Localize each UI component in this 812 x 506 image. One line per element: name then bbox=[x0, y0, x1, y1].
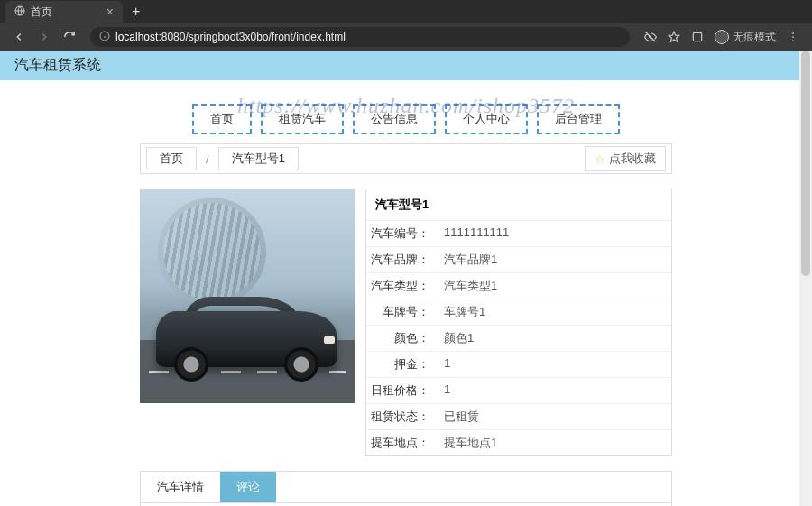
tab-title: 首页 bbox=[31, 5, 52, 20]
menu-icon[interactable] bbox=[787, 31, 799, 43]
app-header: 汽车租赁系统 bbox=[0, 51, 812, 80]
info-label: 汽车品牌： bbox=[366, 252, 438, 268]
info-value: 1 bbox=[438, 356, 450, 373]
globe-icon bbox=[14, 5, 25, 19]
avatar-icon bbox=[715, 30, 729, 44]
main-nav: 首页 租赁汽车 公告信息 个人中心 后台管理 bbox=[0, 104, 812, 134]
breadcrumb-current: 汽车型号1 bbox=[218, 147, 299, 170]
app-title: 汽车租赁系统 bbox=[14, 57, 101, 72]
forward-icon[interactable] bbox=[38, 31, 51, 43]
tab-detail[interactable]: 汽车详情 bbox=[141, 472, 220, 502]
breadcrumb-home[interactable]: 首页 bbox=[146, 147, 197, 170]
browser-tab[interactable]: 首页 × bbox=[5, 1, 123, 23]
info-label: 颜色： bbox=[366, 330, 438, 346]
svg-point-4 bbox=[792, 36, 794, 38]
nav-item-profile[interactable]: 个人中心 bbox=[445, 104, 528, 134]
info-row: 汽车类型：汽车类型1 bbox=[366, 273, 671, 299]
tab-bar: 首页 × + bbox=[0, 0, 812, 23]
info-row: 日租价格：1 bbox=[366, 378, 671, 404]
info-value: 1111111111 bbox=[438, 225, 509, 242]
info-label: 汽车编号： bbox=[366, 225, 438, 242]
info-row: 提车地点：提车地点1 bbox=[366, 430, 671, 455]
info-value: 车牌号1 bbox=[438, 304, 485, 320]
url-text: localhost:8080/springboot3x0bo/front/ind… bbox=[115, 31, 346, 43]
info-value: 已租赁 bbox=[438, 409, 479, 425]
info-panel: 汽车型号1 汽车编号：1111111111汽车品牌：汽车品牌1汽车类型：汽车类型… bbox=[365, 189, 672, 456]
nav-item-home[interactable]: 首页 bbox=[192, 104, 252, 134]
main-container: 首页 / 汽车型号1 ☆ 点我收藏 汽车型号1 汽车编号：1111 bbox=[140, 143, 672, 506]
car-title: 汽车型号1 bbox=[366, 189, 671, 221]
info-row: 汽车编号：1111111111 bbox=[366, 221, 671, 247]
right-icons: 无痕模式 bbox=[639, 30, 805, 45]
info-label: 汽车类型： bbox=[366, 278, 438, 294]
content-row: 汽车型号1 汽车编号：1111111111汽车品牌：汽车品牌1汽车类型：汽车类型… bbox=[140, 189, 672, 456]
car-image bbox=[140, 189, 355, 403]
profile-badge[interactable]: 无痕模式 bbox=[715, 30, 776, 45]
url-input[interactable]: localhost:8080/springboot3x0bo/front/ind… bbox=[90, 27, 630, 47]
info-value: 汽车类型1 bbox=[438, 278, 497, 294]
info-row: 颜色：颜色1 bbox=[366, 326, 671, 352]
info-value: 1 bbox=[438, 382, 450, 399]
star-icon: ☆ bbox=[595, 152, 605, 166]
star-outline-icon[interactable] bbox=[668, 31, 680, 43]
info-value: 汽车品牌1 bbox=[438, 252, 497, 268]
info-label: 日租价格： bbox=[366, 382, 438, 399]
info-label: 租赁状态： bbox=[366, 409, 438, 425]
svg-rect-2 bbox=[693, 32, 701, 41]
new-tab-button[interactable]: + bbox=[128, 4, 143, 20]
extensions-icon[interactable] bbox=[691, 31, 704, 43]
svg-point-5 bbox=[792, 40, 794, 41]
tabs-box: 汽车详情 评论 评论 立即提交 重置 bbox=[140, 471, 672, 506]
favorite-button[interactable]: ☆ 点我收藏 bbox=[585, 146, 666, 171]
page-viewport: 汽车租赁系统 https://www.huzhan.com/ishop3572 … bbox=[0, 51, 812, 506]
nav-item-rent[interactable]: 租赁汽车 bbox=[261, 104, 344, 134]
favorite-label: 点我收藏 bbox=[609, 151, 656, 167]
breadcrumb: 首页 / 汽车型号1 ☆ 点我收藏 bbox=[140, 143, 672, 174]
info-label: 车牌号： bbox=[366, 304, 438, 320]
info-row: 车牌号：车牌号1 bbox=[366, 299, 671, 326]
browser-chrome: 首页 × + localhost:8080/springboot3x0bo/fr… bbox=[0, 0, 812, 51]
scrollbar-track[interactable] bbox=[799, 51, 812, 506]
tab-comment[interactable]: 评论 bbox=[220, 472, 276, 502]
info-row: 押金：1 bbox=[366, 352, 671, 378]
nav-item-notice[interactable]: 公告信息 bbox=[353, 104, 436, 134]
info-value: 提车地点1 bbox=[438, 435, 497, 451]
address-bar: localhost:8080/springboot3x0bo/front/ind… bbox=[0, 23, 812, 51]
reload-icon[interactable] bbox=[63, 31, 76, 43]
close-icon[interactable]: × bbox=[106, 5, 114, 19]
info-row: 汽车品牌：汽车品牌1 bbox=[366, 247, 671, 273]
nav-item-admin[interactable]: 后台管理 bbox=[537, 104, 620, 134]
back-icon[interactable] bbox=[13, 31, 25, 43]
eye-off-icon[interactable] bbox=[644, 31, 657, 43]
scrollbar-thumb[interactable] bbox=[801, 51, 810, 276]
breadcrumb-sep: / bbox=[197, 152, 218, 166]
info-row: 租赁状态：已租赁 bbox=[366, 404, 671, 430]
info-label: 提车地点： bbox=[366, 435, 438, 451]
svg-point-3 bbox=[792, 32, 794, 34]
info-value: 颜色1 bbox=[438, 330, 474, 346]
info-label: 押金： bbox=[366, 356, 438, 373]
nav-icons bbox=[7, 31, 81, 43]
info-icon bbox=[99, 31, 110, 44]
tabs-header: 汽车详情 评论 bbox=[141, 472, 671, 503]
